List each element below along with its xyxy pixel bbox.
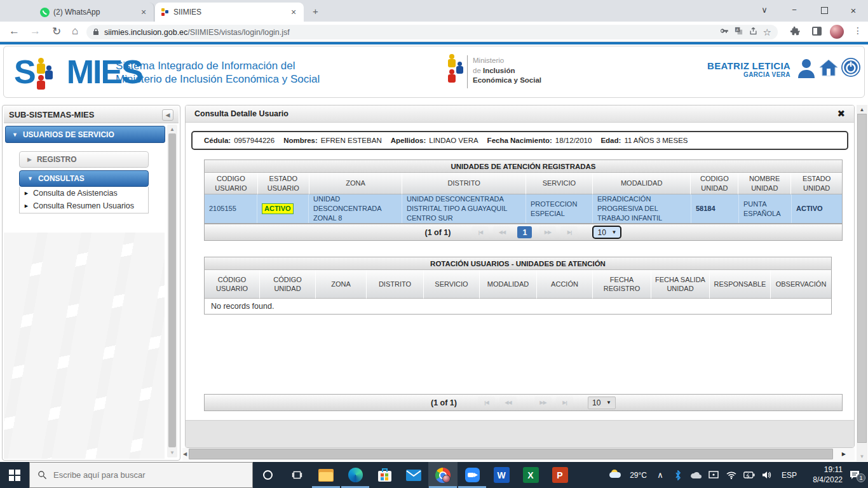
vertical-scrollbar-thumb[interactable] <box>857 114 867 443</box>
notification-center-icon[interactable]: 1 <box>844 470 865 480</box>
table1-data-row[interactable]: 2105155 ACTIVO UNIDAD DESCONCENTRADA ZON… <box>204 194 843 224</box>
taskbar-app-zoom[interactable] <box>458 462 487 488</box>
taskbar-app-powerpoint[interactable]: P <box>545 462 574 488</box>
column-header[interactable]: NOMBRE UNIDAD <box>738 173 791 194</box>
window-menu-chevron-icon[interactable]: ∨ <box>755 5 774 15</box>
horizontal-scrollbar[interactable]: ◀ ▶ <box>182 448 855 461</box>
task-view-button[interactable] <box>282 462 311 488</box>
window-minimize-button[interactable]: − <box>785 5 804 15</box>
window-close-button[interactable]: × <box>844 5 863 16</box>
menu-item-consulta-asistencias[interactable]: ► Consulta de Asistencias <box>20 187 148 200</box>
sidebar-item-consultas[interactable]: ▼ CONSULTAS <box>19 170 149 187</box>
search-input[interactable] <box>53 470 231 480</box>
column-header[interactable]: SERVICIO <box>424 270 480 299</box>
taskbar-app-mail[interactable] <box>399 462 428 488</box>
taskbar-app-file-explorer[interactable] <box>311 462 341 488</box>
scroll-left-icon[interactable]: ◀ <box>183 451 187 457</box>
first-page-button[interactable]: |◀ <box>471 226 489 238</box>
rows-per-page-select[interactable]: 10▼ <box>592 226 621 239</box>
vertical-scrollbar[interactable]: ▲ ▼ <box>857 105 867 461</box>
first-page-button[interactable]: |◀ <box>478 396 495 409</box>
cortana-button[interactable] <box>253 462 282 488</box>
column-header[interactable]: OBSERVACIÓN <box>771 270 831 299</box>
profile-avatar[interactable] <box>830 25 844 39</box>
prev-page-button[interactable]: ◀◀ <box>499 396 517 409</box>
back-button[interactable]: ← <box>9 25 20 37</box>
column-header[interactable]: RESPONSABLE <box>710 270 771 299</box>
column-header[interactable]: ACCIÓN <box>537 270 593 299</box>
tab-whatsapp[interactable]: (2) WhatsApp × <box>35 3 154 22</box>
column-header[interactable]: MODALIDAD <box>480 270 537 299</box>
tray-chevron-up-icon[interactable]: ∧ <box>652 470 668 480</box>
language-indicator[interactable]: ESP <box>782 471 797 480</box>
home-button[interactable]: ⌂ <box>72 25 78 37</box>
last-page-button[interactable]: ▶| <box>556 396 573 409</box>
window-restore-button[interactable] <box>821 7 828 14</box>
column-header[interactable]: ZONA <box>309 173 403 194</box>
sidebar-scrollbar[interactable]: ▲ ▼ <box>167 125 177 458</box>
column-header[interactable]: CODIGO USUARIO <box>205 173 258 194</box>
browser-menu-kebab-icon[interactable]: ⋮ <box>853 25 862 36</box>
share-icon[interactable] <box>749 26 758 38</box>
taskbar-app-edge[interactable] <box>341 462 370 488</box>
column-header[interactable]: MODALIDAD <box>593 173 691 194</box>
side-panel-icon[interactable] <box>812 27 822 36</box>
taskbar-app-excel[interactable]: X <box>516 462 545 488</box>
scroll-up-icon[interactable]: ▲ <box>857 107 867 112</box>
sidebar-collapse-button[interactable]: ◀ <box>162 109 173 121</box>
next-page-button[interactable]: ▶▶ <box>534 396 552 409</box>
page-1-button[interactable]: 1 <box>517 226 532 238</box>
sidebar-item-usuarios-de-servicio[interactable]: ▼ USUARIOS DE SERVICIO <box>5 126 165 143</box>
home-icon[interactable] <box>818 58 839 81</box>
last-page-button[interactable]: ▶| <box>560 226 578 238</box>
taskbar-app-chrome[interactable] <box>428 462 458 488</box>
column-header[interactable]: DISTRITO <box>367 270 424 299</box>
column-header[interactable]: CÓDIGO UNIDAD <box>260 270 316 299</box>
scroll-down-icon[interactable]: ▼ <box>167 450 177 456</box>
password-key-icon[interactable] <box>719 26 729 38</box>
column-header[interactable]: FECHA REGISTRO <box>593 270 651 299</box>
menu-item-consulta-resumen[interactable]: ► Consulta Resumen Usuarios <box>20 200 148 212</box>
taskbar-app-word[interactable]: W <box>487 462 516 488</box>
scroll-down-icon[interactable]: ▼ <box>857 454 867 459</box>
column-header[interactable]: CODIGO UNIDAD <box>691 173 738 194</box>
forward-button[interactable]: → <box>30 25 41 37</box>
onedrive-icon[interactable] <box>688 471 704 479</box>
translate-icon[interactable]: A <box>734 26 743 38</box>
battery-icon[interactable] <box>741 471 757 478</box>
rows-per-page-select[interactable]: 10▼ <box>588 396 616 409</box>
column-header[interactable]: ESTADO UNIDAD <box>791 173 842 194</box>
taskbar-app-store[interactable] <box>370 462 399 488</box>
sidebar-scrollbar-thumb[interactable] <box>168 133 176 447</box>
tab-close-icon[interactable]: × <box>288 7 299 17</box>
tab-close-icon[interactable]: × <box>139 7 149 17</box>
clock[interactable]: 19:11 8/4/2022 <box>803 465 843 485</box>
column-header[interactable]: ESTADO USUARIO <box>258 173 309 194</box>
wifi-icon[interactable] <box>723 471 740 479</box>
horizontal-scrollbar-thumb[interactable] <box>189 449 833 459</box>
temperature-label[interactable]: 29°C <box>630 471 647 480</box>
next-page-button[interactable]: ▶▶ <box>539 226 556 238</box>
column-header[interactable]: SERVICIO <box>526 173 593 194</box>
cast-display-icon[interactable] <box>705 471 722 480</box>
tab-siimies[interactable]: SIIMIES × <box>155 3 304 22</box>
logout-power-icon[interactable] <box>840 57 862 81</box>
column-header[interactable]: FECHA SALIDA UNIDAD <box>651 270 710 299</box>
scroll-right-icon[interactable]: ▶ <box>842 451 846 457</box>
address-bar[interactable]: siimies.inclusion.gob.ec/SIIMIES/vistas/… <box>86 25 778 39</box>
bluetooth-icon[interactable] <box>670 470 686 480</box>
bookmark-star-icon[interactable]: ☆ <box>763 27 771 38</box>
panel-close-icon[interactable]: ✖ <box>837 108 845 119</box>
scroll-up-icon[interactable]: ▲ <box>167 126 177 132</box>
extensions-puzzle-icon[interactable] <box>790 26 801 39</box>
start-button[interactable] <box>0 462 29 488</box>
prev-page-button[interactable]: ◀◀ <box>493 226 510 238</box>
column-header[interactable]: ZONA <box>316 270 367 299</box>
sidebar-item-registro[interactable]: ▶ REGISTRO <box>19 151 149 168</box>
user-profile-icon[interactable] <box>797 58 816 81</box>
new-tab-button[interactable]: + <box>313 6 318 17</box>
column-header[interactable]: CÓDIGO USUARIO <box>205 270 260 299</box>
volume-icon[interactable] <box>759 471 775 479</box>
reload-button[interactable]: ↻ <box>52 25 61 38</box>
column-header[interactable]: DISTRITO <box>402 173 526 194</box>
